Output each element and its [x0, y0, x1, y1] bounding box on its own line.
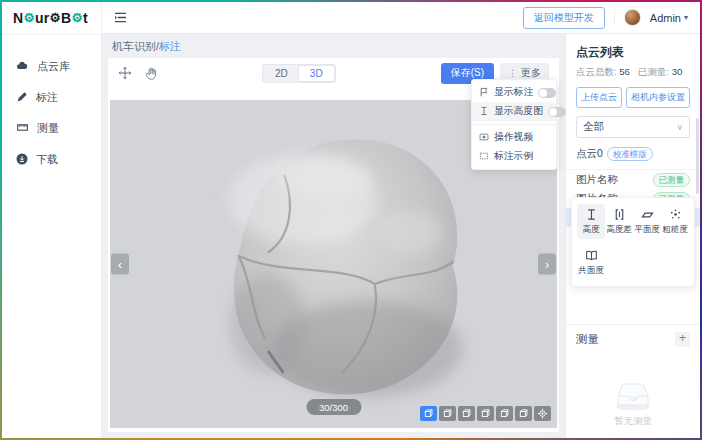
- tool-label: 粗糙度: [662, 224, 688, 236]
- top-header: 返回模型开发 Admin ▾: [102, 2, 700, 34]
- add-measure-button[interactable]: +: [675, 332, 690, 347]
- user-name: Admin: [650, 12, 681, 24]
- panel-scrollbar-thumb[interactable]: [696, 118, 699, 194]
- back-to-model-dev-button[interactable]: 返回模型开发: [523, 7, 605, 29]
- reset-view-button[interactable]: [534, 406, 551, 421]
- view-preset-top-button[interactable]: [515, 406, 532, 421]
- logo-text: t: [83, 10, 88, 26]
- gear-icon: ⚙: [71, 12, 83, 25]
- gear-icon: ⚙: [23, 12, 35, 25]
- user-menu[interactable]: Admin ▾: [650, 12, 688, 24]
- collapse-sidebar-icon[interactable]: [114, 12, 127, 23]
- move-tool-icon[interactable]: [118, 66, 132, 80]
- pointcloud-group-item[interactable]: 点云0 校准模版: [576, 147, 690, 161]
- logo-text: N: [13, 10, 23, 26]
- toolbar-left: [118, 66, 157, 80]
- avatar[interactable]: [624, 9, 641, 26]
- height-icon: [585, 208, 598, 221]
- sidebar-item-pointcloud-library[interactable]: 点云库: [2, 51, 101, 82]
- menu-item-operation-video[interactable]: 操作视频: [472, 128, 556, 147]
- download-icon: [16, 153, 28, 167]
- view-preset-front-button[interactable]: [439, 406, 456, 421]
- pointcloud-3d-object: [172, 114, 482, 414]
- tool-height-difference[interactable]: 高度差: [605, 204, 633, 239]
- menu-item-show-annotation[interactable]: 显示标注: [472, 83, 556, 102]
- plus-icon: +: [679, 331, 686, 345]
- view-cube-bar: [420, 406, 551, 421]
- menu-item-show-heightmap[interactable]: 显示高度图: [472, 102, 556, 121]
- tool-roughness[interactable]: 粗糙度: [661, 204, 689, 239]
- template-badge: 校准模版: [607, 147, 653, 161]
- pointcloud-stats: 点云总数: 56 已测量: 30: [576, 66, 690, 79]
- view-preset-iso-button[interactable]: [420, 406, 437, 421]
- total-label: 点云总数:: [576, 66, 617, 77]
- breadcrumb-parent[interactable]: 机车识别: [112, 40, 156, 52]
- roughness-icon: [669, 208, 682, 221]
- image-pager: 30/300: [306, 399, 361, 415]
- sidebar-item-annotation[interactable]: 标注: [2, 82, 101, 113]
- filter-select-value: 全部: [583, 120, 604, 134]
- screenshot-frame: N⚙ur⚙B⚙t 点云库 标注 测量 下载: [0, 0, 702, 440]
- more-dropdown-menu: 显示标注 显示高度图 操作视频 标注示例: [471, 79, 557, 170]
- show-annotation-toggle-off[interactable]: [538, 88, 556, 98]
- view-2d-button[interactable]: 2D: [264, 66, 299, 81]
- sidebar-item-download[interactable]: 下载: [2, 144, 101, 175]
- cloud-icon: [16, 59, 29, 74]
- tool-height[interactable]: 高度: [577, 204, 605, 239]
- empty-box-icon: [609, 374, 657, 412]
- measured-label: 已测量:: [638, 66, 669, 77]
- tool-label: 平面度: [634, 224, 660, 236]
- show-heightmap-toggle-off[interactable]: [548, 107, 566, 117]
- pointcloud-name: 点云0: [576, 147, 603, 161]
- more-label: 更多: [521, 66, 541, 80]
- view-preset-left-button[interactable]: [477, 406, 494, 421]
- image-name: 图片名称: [576, 173, 618, 187]
- panel-actions: 上传点云 相机内参设置: [576, 87, 690, 108]
- breadcrumb-current: 标注: [159, 40, 181, 52]
- tool-coplanarity[interactable]: 共面度: [577, 245, 605, 280]
- divider: [614, 10, 615, 26]
- chevron-right-icon: ›: [545, 257, 549, 271]
- pan-hand-icon[interactable]: [144, 67, 157, 80]
- caret-down-icon: ▾: [684, 13, 688, 22]
- measure-section-title: 测量: [576, 332, 599, 347]
- caliper-icon: [16, 121, 29, 136]
- dots-vertical-icon: ⋮: [508, 68, 517, 78]
- filter-select[interactable]: 全部 ∨: [576, 116, 690, 138]
- sidebar-item-label: 测量: [37, 121, 59, 136]
- upload-pointcloud-button[interactable]: 上传点云: [576, 87, 622, 108]
- menu-item-annotation-example[interactable]: 标注示例: [472, 147, 556, 166]
- view-3d-button[interactable]: 3D: [299, 66, 334, 81]
- menu-item-label: 显示高度图: [494, 105, 543, 118]
- workspace: 机车识别/标注 2D: [102, 34, 565, 438]
- measure-tool-popup: 高度 高度差 平面度 粗糙度: [571, 197, 695, 287]
- sidebar: N⚙ur⚙B⚙t 点云库 标注 测量 下载: [2, 2, 102, 438]
- view-preset-right-button[interactable]: [496, 406, 513, 421]
- chevron-down-icon: ∨: [676, 122, 683, 132]
- view-preset-back-button[interactable]: [458, 406, 475, 421]
- camera-intrinsics-button[interactable]: 相机内参设置: [626, 87, 690, 108]
- logo-text: ur: [35, 10, 50, 26]
- prev-image-button[interactable]: ‹: [111, 254, 129, 275]
- tool-flatness[interactable]: 平面度: [633, 204, 661, 239]
- main-region: 返回模型开发 Admin ▾ 机车识别/标注: [102, 2, 700, 438]
- height-difference-icon: [613, 208, 626, 221]
- view-mode-switch: 2D 3D: [262, 64, 336, 83]
- app-window: N⚙ur⚙B⚙t 点云库 标注 测量 下载: [2, 2, 700, 438]
- breadcrumb: 机车识别/标注: [102, 34, 565, 58]
- content: 机车识别/标注 2D: [102, 34, 700, 438]
- next-image-button[interactable]: ›: [538, 254, 556, 275]
- image-list-item[interactable]: 图片名称 已测量: [576, 170, 690, 189]
- chevron-left-icon: ‹: [118, 257, 122, 271]
- sidebar-item-measure[interactable]: 测量: [2, 113, 101, 144]
- app-logo: N⚙ur⚙B⚙t: [2, 2, 101, 35]
- flag-icon: [479, 87, 489, 99]
- tool-label: 高度差: [606, 224, 632, 236]
- menu-item-label: 显示标注: [494, 86, 533, 99]
- sidebar-item-label: 标注: [36, 90, 58, 105]
- total-value: 56: [619, 66, 630, 77]
- menu-item-label: 操作视频: [494, 131, 533, 144]
- divider: [472, 124, 556, 125]
- frame-icon: [479, 151, 489, 163]
- logo-text: B: [61, 10, 71, 26]
